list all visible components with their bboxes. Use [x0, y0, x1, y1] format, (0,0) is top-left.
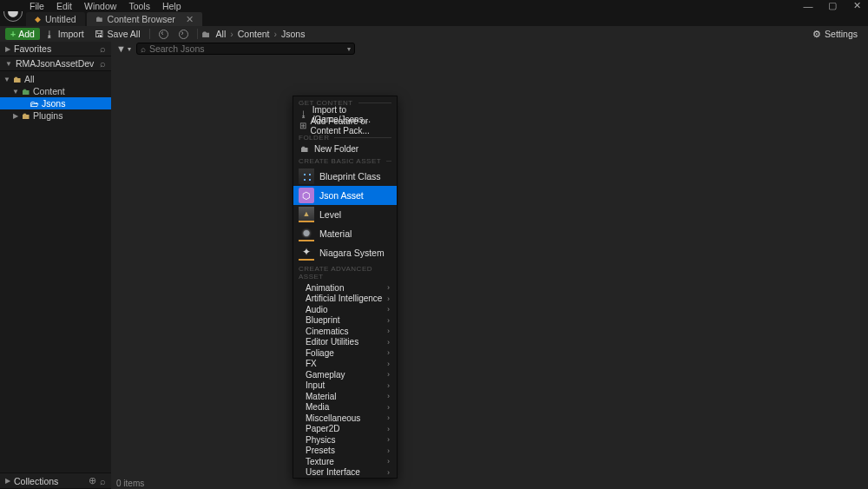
search-icon[interactable]: ⌕	[100, 476, 106, 486]
search-icon: ⌕	[141, 44, 146, 54]
level-icon: ◆	[35, 15, 41, 23]
search-input[interactable]	[149, 43, 347, 54]
ctx-adv-texture[interactable]: Texture›	[293, 456, 397, 467]
ctx-adv-presets[interactable]: Presets›	[293, 446, 397, 457]
ctx-new-folder[interactable]: 🖿 New Folder	[293, 143, 397, 155]
niagara-icon	[299, 245, 314, 261]
ctx-adv-label: Foliage	[306, 348, 334, 358]
menu-tools[interactable]: Tools	[128, 1, 150, 11]
chevron-right-icon: ›	[387, 435, 390, 444]
ctx-adv-blueprint[interactable]: Blueprint›	[293, 315, 397, 327]
chevron-right-icon: ›	[387, 370, 390, 379]
ctx-adv-material[interactable]: Material›	[293, 391, 397, 402]
chevron-right-icon: ›	[228, 29, 235, 39]
chevron-right-icon: ›	[387, 413, 390, 422]
import-label: Import	[58, 29, 84, 39]
tree-all[interactable]: ▼ 🖿 All	[0, 73, 111, 85]
ctx-adv-label: Animation	[306, 283, 344, 293]
menu-help[interactable]: Help	[162, 1, 181, 11]
asset-grid[interactable]: GET CONTENT ⭳ Import to /Game/Jsons... ⊞…	[111, 56, 868, 477]
ctx-material-label: Material	[319, 228, 352, 239]
tab-level[interactable]: ◆ Untitled	[26, 12, 85, 26]
add-icon[interactable]: ⊕	[89, 475, 96, 486]
history-fwd-button[interactable]	[174, 28, 194, 40]
tree-content-label: Content	[33, 86, 65, 96]
breadcrumb-root[interactable]: All	[214, 29, 229, 39]
add-button[interactable]: + Add	[5, 28, 40, 40]
ctx-adv-label: Presets	[306, 446, 335, 455]
ctx-adv-user-interface[interactable]: User Interface›	[293, 467, 397, 479]
ctx-adv-label: Gameplay	[306, 370, 345, 380]
history-back-button[interactable]	[154, 28, 174, 40]
ctx-adv-gameplay[interactable]: Gameplay›	[293, 369, 397, 380]
ctx-adv-label: Texture	[306, 457, 334, 466]
gear-icon: ⚙	[812, 29, 821, 39]
tree-content[interactable]: ▼ 🖿 Content	[0, 85, 111, 97]
favorites-label: Favorites	[14, 43, 96, 54]
ctx-add-feature[interactable]: ⊞ Add Feature or Content Pack...	[293, 120, 397, 131]
add-label: Add	[18, 29, 35, 39]
collapse-icon[interactable]: ▶	[12, 112, 19, 120]
ctx-adv-physics[interactable]: Physics›	[293, 434, 397, 446]
breadcrumb-jsons[interactable]: Jsons	[279, 29, 307, 39]
chevron-right-icon: ›	[387, 403, 390, 412]
settings-button[interactable]: ⚙ Settings	[807, 28, 863, 40]
collapse-icon[interactable]: ▼	[12, 88, 19, 96]
ctx-adv-input[interactable]: Input›	[293, 380, 397, 392]
ctx-adv-media[interactable]: Media›	[293, 402, 397, 413]
chevron-right-icon: ›	[387, 392, 390, 400]
ctx-adv-foliage[interactable]: Foliage›	[293, 347, 397, 359]
save-all-button[interactable]: 🖫 Save All	[89, 28, 146, 40]
search-icon[interactable]: ⌕	[100, 43, 106, 54]
folder-plus-icon: 🖿	[299, 144, 311, 154]
collections-header[interactable]: ▶ Collections ⊕ ⌕	[0, 472, 111, 489]
collapse-icon[interactable]: ▼	[3, 76, 10, 83]
tab-close-icon[interactable]: ✕	[186, 14, 194, 25]
content-area: ▼ ▾ ⌕ ▾ GET CONTENT ⭳ Import to /Game/Js…	[111, 42, 868, 489]
menu-bar: File Edit Window Tools Help	[0, 0, 868, 11]
ctx-adv-editor-utilities[interactable]: Editor Utilities›	[293, 337, 397, 348]
chevron-right-icon: ›	[387, 457, 390, 466]
chevron-down-icon[interactable]: ▾	[347, 45, 351, 53]
minimize-button[interactable]: —	[802, 1, 814, 11]
ctx-json-asset[interactable]: Json Asset	[293, 186, 397, 205]
material-icon	[299, 226, 314, 241]
ctx-level-label: Level	[319, 209, 341, 220]
ctx-json-label: Json Asset	[319, 190, 364, 201]
ctx-adv-audio[interactable]: Audio›	[293, 304, 397, 315]
chevron-right-icon: ›	[387, 283, 390, 292]
ctx-adv-label: Editor Utilities	[306, 337, 358, 347]
ctx-level[interactable]: Level	[293, 205, 397, 224]
maximize-button[interactable]: ▢	[826, 0, 838, 11]
ctx-material[interactable]: Material	[293, 224, 397, 243]
filter-button[interactable]: ▼ ▾	[116, 43, 131, 54]
separator	[149, 29, 150, 39]
chevron-down-icon: ▾	[128, 45, 131, 53]
breadcrumb-content[interactable]: Content	[235, 29, 273, 39]
search-icon[interactable]: ⌕	[100, 58, 106, 69]
ctx-adv-fx[interactable]: FX›	[293, 359, 397, 370]
close-button[interactable]: ✕	[851, 0, 863, 11]
ctx-niagara[interactable]: Niagara System	[293, 243, 397, 262]
ctx-add-feature-label: Add Feature or Content Pack...	[311, 116, 392, 135]
package-icon: ⊞	[299, 121, 307, 130]
ctx-adv-cinematics[interactable]: Cinematics›	[293, 326, 397, 337]
tree-plugins[interactable]: ▶ 🖿 Plugins	[0, 109, 111, 122]
ctx-adv-miscellaneous[interactable]: Miscellaneous›	[293, 413, 397, 424]
chevron-right-icon: ›	[387, 294, 390, 303]
project-header[interactable]: ▼ RMAJsonAssetDev ⌕	[0, 56, 111, 71]
search-box[interactable]: ⌕ ▾	[136, 43, 355, 55]
menu-file[interactable]: File	[30, 1, 44, 11]
import-button[interactable]: ⭳ Import	[40, 28, 89, 40]
menu-window[interactable]: Window	[84, 1, 116, 11]
tab-content-browser[interactable]: 🖿 Content Browser ✕	[87, 12, 202, 26]
ctx-adv-animation[interactable]: Animation›	[293, 282, 397, 294]
source-tree: ▼ 🖿 All ▼ 🖿 Content 🗁 Jsons ▶ 🖿 Plugins	[0, 71, 111, 123]
ctx-adv-artificial-intelligence[interactable]: Artificial Intelligence›	[293, 294, 397, 305]
ctx-blueprint-class[interactable]: Blueprint Class	[293, 167, 397, 186]
breadcrumb: 🖿 All › Content › Jsons	[201, 29, 308, 39]
ctx-adv-paper2d[interactable]: Paper2D›	[293, 424, 397, 435]
tree-jsons[interactable]: 🗁 Jsons	[0, 97, 111, 109]
menu-edit[interactable]: Edit	[56, 1, 72, 11]
favorites-header[interactable]: ▶ Favorites ⌕	[0, 42, 111, 56]
